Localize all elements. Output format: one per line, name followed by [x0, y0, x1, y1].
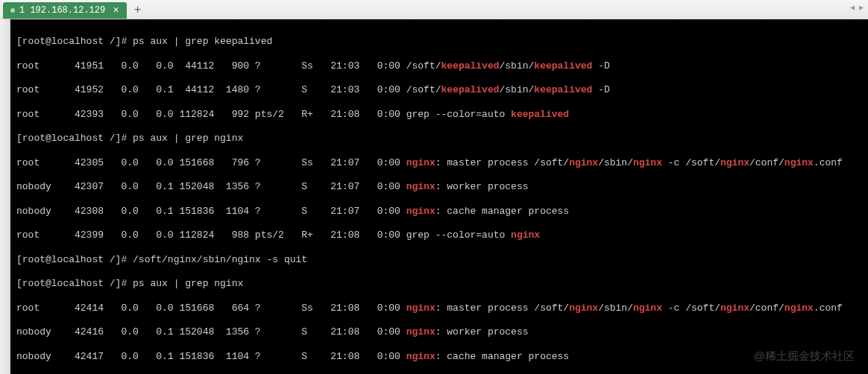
- process-row: root 41951 0.0 0.0 44112 900 ? Ss 21:03 …: [16, 60, 862, 72]
- tab-nav: ◀ ▶: [850, 3, 864, 12]
- process-row: root 42305 0.0 0.0 151668 796 ? Ss 21:07…: [16, 157, 862, 169]
- side-strip: [0, 19, 10, 374]
- close-icon[interactable]: ×: [113, 5, 119, 16]
- prompt-line: [root@localhost /]# ps aux | grep keepal…: [16, 36, 862, 48]
- process-row: root 41952 0.0 0.1 44112 1480 ? S 21:03 …: [16, 84, 862, 96]
- prompt-line: [root@localhost /]# /soft/nginx/sbin/ngi…: [16, 254, 862, 266]
- prompt-line: [root@localhost /]# ps aux | grep nginx: [16, 278, 862, 290]
- process-row: root 42414 0.0 0.0 151668 664 ? Ss 21:08…: [16, 302, 862, 314]
- process-row: root 42393 0.0 0.0 112824 992 pts/2 R+ 2…: [16, 109, 862, 121]
- process-row: root 42399 0.0 0.0 112824 988 pts/2 R+ 2…: [16, 229, 862, 241]
- add-tab-button[interactable]: +: [130, 2, 146, 19]
- process-row: nobody 42308 0.0 0.1 151836 1104 ? S 21:…: [16, 206, 862, 218]
- status-dot-icon: [10, 8, 15, 13]
- tab-bar: 1 192.168.12.129 × + ◀ ▶: [0, 0, 868, 19]
- process-row: nobody 42417 0.0 0.1 151836 1104 ? S 21:…: [16, 351, 862, 363]
- process-row: nobody 42416 0.0 0.1 152048 1356 ? S 21:…: [16, 326, 862, 338]
- nav-right-icon[interactable]: ▶: [859, 3, 864, 12]
- tab-label: 1 192.168.12.129: [19, 5, 105, 16]
- nav-left-icon[interactable]: ◀: [850, 3, 855, 12]
- terminal-tab[interactable]: 1 192.168.12.129 ×: [3, 2, 127, 19]
- prompt-line: [root@localhost /]# ps aux | grep nginx: [16, 133, 862, 145]
- process-row: nobody 42307 0.0 0.1 152048 1356 ? S 21:…: [16, 181, 862, 193]
- terminal-output[interactable]: [root@localhost /]# ps aux | grep keepal…: [10, 19, 868, 374]
